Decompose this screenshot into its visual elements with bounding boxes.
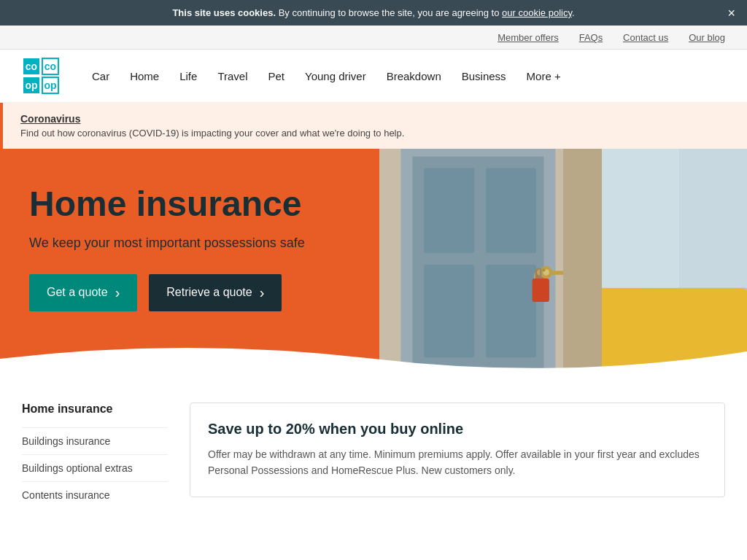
top-nav-faqs[interactable]: FAQs <box>579 32 603 43</box>
top-nav-contact-us[interactable]: Contact us <box>623 32 668 43</box>
sidebar-item-contents-insurance[interactable]: Contents insurance <box>22 481 168 508</box>
svg-text:co: co <box>44 61 56 72</box>
sidebar-link-buildings-insurance[interactable]: Buildings insurance <box>22 428 168 454</box>
sidebar-link-buildings-optional-extras[interactable]: Buildings optional extras <box>22 455 168 481</box>
cookie-normal-text: By continuing to browse the site, you ar… <box>279 7 502 18</box>
svg-text:co: co <box>26 61 37 72</box>
svg-text:op: op <box>44 79 56 91</box>
cookie-bold-text: This site uses cookies. <box>172 7 276 18</box>
alert-link[interactable]: Coronavirus <box>20 113 80 125</box>
svg-rect-36 <box>594 288 747 319</box>
hero-title: Home insurance <box>29 185 350 224</box>
svg-rect-33 <box>533 279 549 302</box>
sidebar-link-contents-insurance[interactable]: Contents insurance <box>22 482 168 508</box>
hero-wave <box>0 337 747 381</box>
nav-car[interactable]: Car <box>82 64 120 88</box>
retrieve-quote-button[interactable]: Retrieve a quote <box>149 274 282 311</box>
top-nav: Member offers FAQs Contact us Our blog <box>0 26 747 50</box>
main-header: co op co op Car Home Life Travel Pet You… <box>0 50 747 103</box>
top-nav-member-offers[interactable]: Member offers <box>498 32 559 43</box>
nav-home[interactable]: Home <box>120 64 169 88</box>
offer-box-title: Save up to 20% when you buy online <box>208 421 707 438</box>
svg-rect-38 <box>602 149 679 288</box>
retrieve-quote-chevron-icon <box>260 284 265 301</box>
get-quote-button[interactable]: Get a quote <box>29 274 137 311</box>
top-nav-our-blog[interactable]: Our blog <box>689 32 725 43</box>
sidebar-nav: Buildings insurance Buildings optional e… <box>22 427 168 508</box>
sidebar-title: Home insurance <box>22 402 168 416</box>
cookie-banner: This site uses cookies. By continuing to… <box>0 0 747 26</box>
cookie-policy-link[interactable]: our cookie policy <box>502 7 572 18</box>
sidebar: Home insurance Buildings insurance Build… <box>22 402 168 512</box>
logo[interactable]: co op co op <box>22 57 60 95</box>
hero-subtitle: We keep your most important possessions … <box>29 236 350 251</box>
hero-buttons: Get a quote Retrieve a quote <box>29 274 350 311</box>
hero-section: Home insurance We keep your most importa… <box>0 149 747 381</box>
nav-young-driver[interactable]: Young driver <box>295 64 376 88</box>
sidebar-item-buildings-insurance[interactable]: Buildings insurance <box>22 427 168 454</box>
svg-text:op: op <box>25 79 37 91</box>
nav-life[interactable]: Life <box>169 64 207 88</box>
main-nav: Car Home Life Travel Pet Young driver Br… <box>82 64 571 88</box>
offer-box: Save up to 20% when you buy online Offer… <box>190 402 725 497</box>
cookie-close-button[interactable]: × <box>727 5 735 20</box>
nav-more-button[interactable]: More + <box>516 64 571 88</box>
sidebar-item-buildings-optional-extras[interactable]: Buildings optional extras <box>22 454 168 481</box>
svg-point-29 <box>542 268 545 271</box>
svg-rect-13 <box>424 168 474 254</box>
nav-pet[interactable]: Pet <box>258 64 295 88</box>
svg-rect-14 <box>486 168 536 254</box>
nav-travel[interactable]: Travel <box>207 64 258 88</box>
nav-business[interactable]: Business <box>452 64 516 88</box>
get-quote-chevron-icon <box>115 284 120 301</box>
alert-banner: Coronavirus Find out how coronavirus (CO… <box>0 103 747 149</box>
offer-box-description: Offer may be withdrawn at any time. Mini… <box>208 446 707 479</box>
alert-description: Find out how coronavirus (COVID-19) is i… <box>20 128 729 139</box>
nav-breakdown[interactable]: Breakdown <box>376 64 452 88</box>
below-hero-section: Home insurance Buildings insurance Build… <box>0 381 747 534</box>
cookie-text: This site uses cookies. By continuing to… <box>172 7 574 18</box>
main-content: Save up to 20% when you buy online Offer… <box>190 402 725 512</box>
